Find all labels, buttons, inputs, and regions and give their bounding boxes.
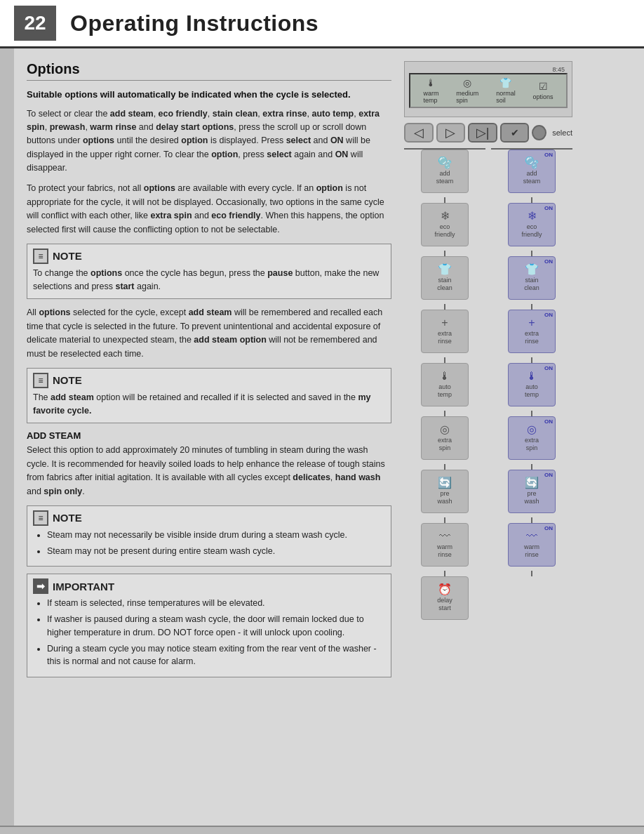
important-bullet-2: If washer is paused during a steam wash … bbox=[47, 613, 385, 640]
conn4 bbox=[444, 357, 445, 363]
conn2 bbox=[444, 251, 445, 256]
button-row: ◁ ▷ ▷| ✔ select bbox=[404, 123, 572, 143]
extra-spin-off-label: extraspin bbox=[438, 437, 452, 452]
note-label-2: NOTE bbox=[53, 374, 82, 386]
warm-rinse-off[interactable]: 〰 warmrinse bbox=[421, 523, 469, 567]
extra-rinse-off[interactable]: + extrarinse bbox=[421, 310, 469, 353]
important-box: ➡ IMPORTANT If steam is selected, rinse … bbox=[27, 574, 391, 677]
note-icon-3: ≡ bbox=[33, 510, 48, 526]
page-title: Operating Instructions bbox=[70, 11, 318, 37]
extra-spin-on-label: extraspin bbox=[525, 437, 539, 452]
conn-r1 bbox=[531, 197, 532, 203]
header: 22 Operating Instructions bbox=[0, 0, 644, 48]
stain-clean-on[interactable]: ON 👕 stainclean bbox=[508, 256, 556, 300]
stain-on-badge: ON bbox=[544, 258, 553, 265]
important-bullet-1: If steam is selected, rinse temperatures… bbox=[47, 597, 385, 610]
warm-rinse-on-icon: 〰 bbox=[526, 531, 537, 542]
add-steam-on[interactable]: ON 🫧 addsteam bbox=[508, 150, 556, 193]
extra-rinse-on-icon: + bbox=[528, 317, 535, 329]
conn1 bbox=[444, 197, 445, 203]
stain-on-label: stainclean bbox=[524, 277, 539, 292]
extra-rinse-on-label: extrarinse bbox=[525, 330, 539, 345]
extra-rinse-off-label: extrarinse bbox=[438, 330, 452, 345]
add-steam-off-icon: 🫧 bbox=[438, 157, 452, 168]
display-item-soil: 👕 normalsoil bbox=[496, 77, 516, 104]
prewash-off-icon: 🔄 bbox=[438, 477, 452, 489]
note-box-3: ≡ NOTE Steam may not necessarily be visi… bbox=[27, 505, 391, 567]
warm-rinse-off-label: warmrinse bbox=[437, 543, 452, 559]
note-box-1: ≡ NOTE To change the options once the cy… bbox=[27, 244, 391, 300]
para2: To protect your fabrics, not all options… bbox=[27, 182, 391, 237]
note-icon-1: ≡ bbox=[33, 249, 48, 264]
btn-back[interactable]: ◁ bbox=[404, 123, 434, 143]
conn-r7 bbox=[531, 517, 532, 523]
conn-r6 bbox=[531, 464, 532, 470]
delay-start-off-icon: ⏰ bbox=[438, 584, 452, 595]
para3: All options selected for the cycle, exce… bbox=[27, 306, 391, 361]
extra-rinse-on[interactable]: ON + extrarinse bbox=[508, 310, 556, 353]
warm-rinse-on-badge: ON bbox=[544, 525, 553, 531]
page-wrapper: 22 Operating Instructions Options Suitab… bbox=[0, 0, 644, 834]
auto-temp-on-label: autotemp bbox=[525, 383, 539, 399]
prewash-off-label: prewash bbox=[437, 490, 452, 505]
extra-spin-on[interactable]: ON ◎ extraspin bbox=[508, 416, 556, 460]
delay-start-off[interactable]: ⏰ delaystart bbox=[421, 576, 469, 620]
add-steam-title: ADD STEAM bbox=[27, 430, 391, 441]
right-column: 8:45 🌡 warmtemp ◎ mediumspin 👕 normals bbox=[404, 61, 572, 813]
important-icon: ➡ bbox=[33, 578, 48, 594]
select-label: select bbox=[552, 128, 572, 137]
footer bbox=[0, 826, 644, 834]
page-number: 22 bbox=[14, 6, 56, 41]
temp-label: warmtemp bbox=[423, 90, 438, 104]
main-body: Options Suitable options will automatica… bbox=[14, 48, 644, 826]
warm-rinse-on[interactable]: ON 〰 warmrinse bbox=[508, 523, 556, 567]
eco-friendly-off[interactable]: ❄ ecofriendly bbox=[421, 203, 469, 246]
eco-off-icon: ❄ bbox=[441, 211, 450, 222]
note-text-1: To change the options once the cycle has… bbox=[33, 267, 385, 293]
auto-temp-off-icon: 🌡 bbox=[439, 371, 450, 382]
eco-friendly-on[interactable]: ON ❄ ecofriendly bbox=[508, 203, 556, 246]
note-bullet-3-2: Steam may not be present during entire s… bbox=[47, 545, 385, 558]
spin-label: mediumspin bbox=[456, 90, 478, 104]
conn7 bbox=[444, 517, 445, 523]
options-col-left: 🫧 addsteam ❄ ecofriendly 👕 stainclean bbox=[404, 150, 485, 813]
conn6 bbox=[444, 464, 445, 470]
add-steam-text: Select this option to add approximately … bbox=[27, 444, 391, 498]
options-icon: ☑ bbox=[539, 81, 548, 92]
conn-r3 bbox=[531, 304, 532, 310]
conn-r5 bbox=[531, 411, 532, 416]
eco-off-label: ecofriendly bbox=[434, 223, 455, 239]
conn3 bbox=[444, 304, 445, 310]
warm-rinse-off-icon: 〰 bbox=[439, 531, 450, 542]
prewash-on-badge: ON bbox=[544, 472, 553, 478]
note-bullets-3: Steam may not necessarily be visible ins… bbox=[33, 529, 385, 558]
prewash-on[interactable]: ON 🔄 prewash bbox=[508, 470, 556, 513]
note-icon-2: ≡ bbox=[33, 373, 48, 388]
prewash-on-label: prewash bbox=[524, 490, 539, 505]
btn-fwd[interactable]: ▷ bbox=[436, 123, 466, 143]
note-label-3: NOTE bbox=[53, 512, 82, 524]
section-title: Options bbox=[27, 61, 391, 81]
extra-spin-on-icon: ◎ bbox=[527, 424, 537, 435]
eco-on-icon: ❄ bbox=[528, 211, 537, 222]
select-circle[interactable] bbox=[532, 125, 546, 140]
prewash-on-icon: 🔄 bbox=[525, 477, 539, 489]
stain-clean-off[interactable]: 👕 stainclean bbox=[421, 256, 469, 300]
auto-temp-off[interactable]: 🌡 autotemp bbox=[421, 363, 469, 406]
auto-temp-on-icon: 🌡 bbox=[526, 371, 537, 382]
text-column: Options Suitable options will automatica… bbox=[27, 61, 391, 813]
conn-r8 bbox=[531, 571, 532, 576]
left-stripe bbox=[0, 48, 14, 826]
btn-play[interactable]: ▷| bbox=[468, 123, 497, 143]
prewash-off[interactable]: 🔄 prewash bbox=[421, 470, 469, 513]
add-steam-off[interactable]: 🫧 addsteam bbox=[421, 150, 469, 193]
auto-temp-on[interactable]: ON 🌡 autotemp bbox=[508, 363, 556, 406]
options-grid: 🫧 addsteam ❄ ecofriendly 👕 stainclean bbox=[404, 150, 572, 813]
btn-check[interactable]: ✔ bbox=[500, 123, 530, 143]
delay-start-off-label: delaystart bbox=[437, 597, 452, 612]
important-label: IMPORTANT bbox=[53, 581, 114, 593]
display-time: 8:45 bbox=[409, 66, 568, 73]
extra-spin-off[interactable]: ◎ extraspin bbox=[421, 416, 469, 460]
add-steam-off-label: addsteam bbox=[436, 170, 454, 185]
para1: To select or clear the add steam, eco fr… bbox=[27, 107, 391, 176]
